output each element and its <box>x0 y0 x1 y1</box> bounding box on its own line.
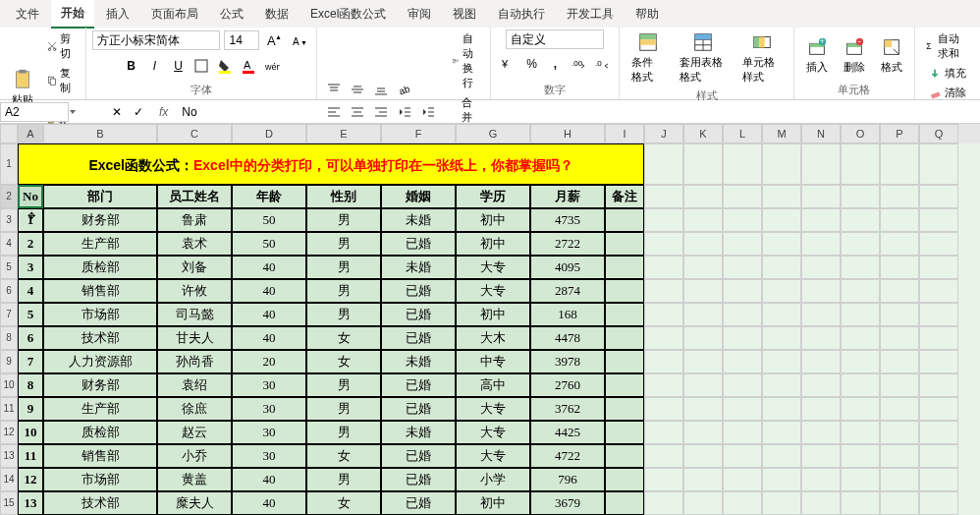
table-cell[interactable]: 未婚 <box>381 256 456 279</box>
row-header-7[interactable]: 7 <box>0 303 18 326</box>
col-header-P[interactable]: P <box>880 124 919 143</box>
tab-2[interactable]: 插入 <box>96 1 139 28</box>
col-header-C[interactable]: C <box>157 124 232 143</box>
table-cell[interactable]: 13 <box>18 491 43 515</box>
table-cell[interactable]: 20 <box>232 350 306 373</box>
table-cell[interactable]: 4095 <box>530 256 605 279</box>
wrap-text-button[interactable]: ab自动换行 <box>449 29 484 92</box>
table-cell[interactable]: 大专 <box>456 279 530 303</box>
decrease-font-button[interactable]: A▼ <box>289 29 310 51</box>
table-cell[interactable]: 女 <box>306 350 381 373</box>
tab-6[interactable]: Excel函数公式 <box>300 1 396 28</box>
table-cell[interactable]: 2760 <box>530 373 605 397</box>
table-cell[interactable]: 大专 <box>456 256 530 279</box>
table-cell[interactable]: 袁术 <box>157 232 232 256</box>
table-cell[interactable]: 许攸 <box>157 279 232 303</box>
fill-color-button[interactable] <box>214 55 236 77</box>
table-cell[interactable]: 3679 <box>530 491 605 515</box>
delete-cells-button[interactable]: -删除 <box>838 34 871 77</box>
align-middle-button[interactable] <box>347 79 368 100</box>
increase-decimal-button[interactable]: .00 <box>568 53 589 75</box>
table-cell[interactable] <box>605 208 644 232</box>
table-cell[interactable]: 女 <box>306 326 381 350</box>
table-cell[interactable] <box>605 256 644 279</box>
underline-button[interactable]: U <box>167 55 189 77</box>
cut-button[interactable]: 剪切 <box>43 29 80 63</box>
table-cell[interactable]: 男 <box>306 256 381 279</box>
table-cell[interactable]: 男 <box>306 232 381 256</box>
table-header-cell[interactable]: 月薪 <box>530 185 605 208</box>
tab-1[interactable]: 开始 <box>51 0 94 29</box>
table-cell[interactable]: 技术部 <box>43 326 157 350</box>
table-cell[interactable]: 未婚 <box>381 421 456 444</box>
table-cell[interactable]: 5 <box>18 303 43 326</box>
comma-button[interactable]: , <box>544 53 566 75</box>
col-header-G[interactable]: G <box>456 124 530 143</box>
table-cell[interactable]: 中专 <box>456 350 530 373</box>
table-cell[interactable]: 3978 <box>530 350 605 373</box>
col-header-Q[interactable]: Q <box>919 124 958 143</box>
table-cell[interactable]: 50 <box>232 208 306 232</box>
name-box[interactable] <box>0 102 69 122</box>
table-cell[interactable]: 大木 <box>456 326 530 350</box>
table-cell[interactable]: 已婚 <box>381 232 456 256</box>
increase-font-button[interactable]: A▲ <box>263 29 285 51</box>
row-header-15[interactable]: 15 <box>0 491 18 515</box>
row-header-5[interactable]: 5 <box>0 256 18 279</box>
table-cell[interactable]: 黄盖 <box>157 468 232 491</box>
table-cell[interactable]: 男 <box>306 421 381 444</box>
table-header-cell[interactable]: 性别 <box>306 185 381 208</box>
col-header-M[interactable]: M <box>762 124 801 143</box>
table-cell[interactable]: 小乔 <box>157 444 232 468</box>
table-cell[interactable]: 初中 <box>456 303 530 326</box>
table-cell[interactable]: 女 <box>306 491 381 515</box>
table-cell[interactable]: 40 <box>232 256 306 279</box>
row-header-11[interactable]: 11 <box>0 397 18 421</box>
select-all-corner[interactable] <box>0 124 18 143</box>
table-cell[interactable]: 未婚 <box>381 208 456 232</box>
table-cell[interactable]: 50 <box>232 232 306 256</box>
table-cell[interactable]: 8 <box>18 373 43 397</box>
decrease-decimal-button[interactable]: .0 <box>591 53 613 75</box>
sheet-area[interactable]: ABCDEFGHIJKLMNOPQ 123456789101112131415 … <box>0 124 980 515</box>
col-header-D[interactable]: D <box>232 124 306 143</box>
copy-button[interactable]: 复制 <box>43 64 80 97</box>
clear-button[interactable]: 清除 <box>924 84 970 102</box>
row-header-14[interactable]: 14 <box>0 468 18 491</box>
table-cell[interactable]: 168 <box>530 303 605 326</box>
col-header-L[interactable]: L <box>723 124 762 143</box>
table-cell[interactable]: 生产部 <box>43 397 157 421</box>
table-cell[interactable]: 市场部 <box>43 303 157 326</box>
font-name-input[interactable] <box>92 30 220 50</box>
row-header-4[interactable]: 4 <box>0 232 18 256</box>
table-cell[interactable]: 质检部 <box>43 421 157 444</box>
table-cell[interactable]: 3762 <box>530 397 605 421</box>
table-cell[interactable]: 财务部 <box>43 373 157 397</box>
table-cell[interactable]: 男 <box>306 208 381 232</box>
row-header-1[interactable]: 1 <box>0 143 18 185</box>
tab-4[interactable]: 公式 <box>210 1 253 28</box>
row-header-3[interactable]: 3 <box>0 208 18 232</box>
col-header-B[interactable]: B <box>43 124 157 143</box>
table-cell[interactable]: 40 <box>232 468 306 491</box>
bold-button[interactable]: B <box>120 55 141 77</box>
table-header-cell[interactable]: 年龄 <box>232 185 306 208</box>
col-header-E[interactable]: E <box>306 124 381 143</box>
table-cell[interactable]: 销售部 <box>43 444 157 468</box>
table-cell[interactable]: 甘夫人 <box>157 326 232 350</box>
table-cell[interactable]: 生产部 <box>43 232 157 256</box>
align-bottom-button[interactable] <box>370 79 392 100</box>
table-cell[interactable]: 市场部 <box>43 468 157 491</box>
table-cell[interactable] <box>605 232 644 256</box>
tab-10[interactable]: 开发工具 <box>557 1 624 28</box>
table-cell[interactable]: 4 <box>18 279 43 303</box>
tab-3[interactable]: 页面布局 <box>141 1 208 28</box>
col-header-O[interactable]: O <box>841 124 880 143</box>
table-cell[interactable]: 孙尚香 <box>157 350 232 373</box>
fill-button[interactable]: 填充 <box>924 64 970 83</box>
table-cell[interactable]: 女 <box>306 444 381 468</box>
table-cell[interactable]: 鲁肃 <box>157 208 232 232</box>
table-cell[interactable]: 大专 <box>456 421 530 444</box>
table-cell[interactable]: 40 <box>232 326 306 350</box>
table-cell[interactable]: 男 <box>306 279 381 303</box>
